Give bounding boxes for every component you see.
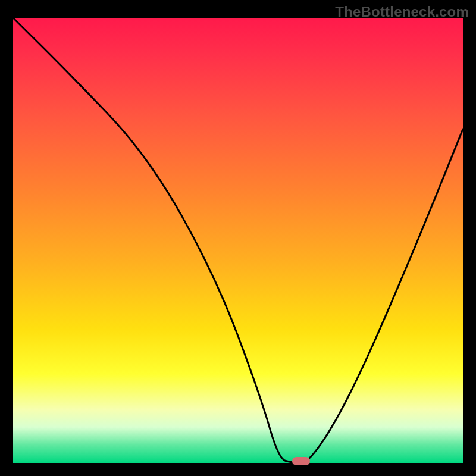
optimal-point-marker — [292, 457, 310, 465]
curve-path — [13, 18, 463, 463]
plot-container — [13, 18, 463, 463]
chart-frame: TheBottleneck.com — [0, 0, 476, 476]
watermark-text: TheBottleneck.com — [335, 4, 469, 20]
bottleneck-curve — [13, 18, 463, 463]
